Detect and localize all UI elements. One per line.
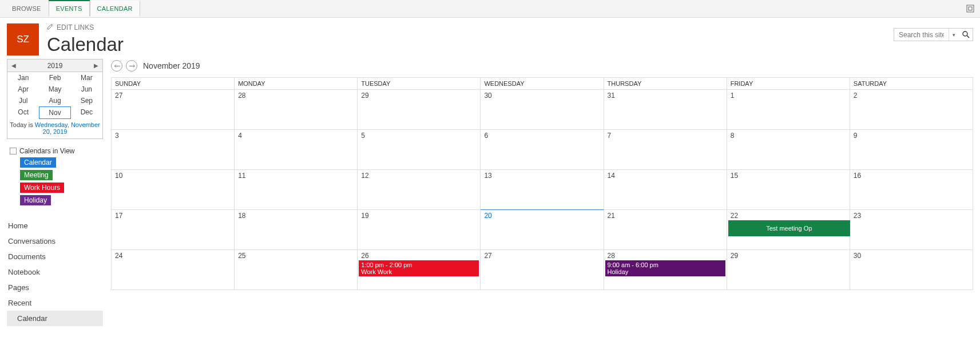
calendar-cell[interactable]: 261:00 pm - 2:00 pmWork Work (358, 250, 481, 290)
calendar-grid: SUNDAYMONDAYTUESDAYWEDNESDAYTHURSDAYFRID… (111, 77, 973, 290)
ql-item-pages[interactable]: Pages (7, 280, 103, 295)
ql-item-conversations[interactable]: Conversations (7, 233, 103, 249)
month-cell-feb[interactable]: Feb (39, 72, 70, 84)
calendar-head-row: SUNDAYMONDAYTUESDAYWEDNESDAYTHURSDAYFRID… (112, 78, 973, 90)
calendar-cell[interactable]: 27 (112, 90, 235, 130)
calendar-cell[interactable]: 289:00 am - 6:00 pmHoliday (604, 250, 727, 290)
calendar-cell[interactable]: 30 (850, 250, 973, 290)
month-cell-apr[interactable]: Apr (7, 84, 39, 95)
month-cell-may[interactable]: May (39, 84, 70, 95)
svg-point-2 (963, 31, 967, 36)
event-work-work[interactable]: 1:00 pm - 2:00 pmWork Work (359, 260, 479, 276)
tab-events[interactable]: EVENTS (49, 1, 90, 17)
search-icon[interactable] (959, 29, 973, 41)
calendar-cell[interactable]: 21 (604, 210, 727, 250)
calendar-tag-meeting[interactable]: Meeting (20, 170, 53, 180)
ql-item-recent[interactable]: Recent (7, 295, 103, 311)
calendar-cell[interactable]: 13 (481, 170, 604, 210)
calendar-cell[interactable]: 1 (727, 90, 850, 130)
next-year-icon[interactable]: ▶ (92, 62, 100, 70)
cell-date: 29 (731, 252, 738, 260)
svg-rect-0 (967, 5, 974, 12)
month-cell-jul[interactable]: Jul (7, 95, 39, 106)
cell-date: 25 (238, 252, 245, 260)
calendar-area: 🡐 🡒 November 2019 SUNDAYMONDAYTUESDAYWED… (103, 59, 973, 326)
cell-date: 23 (854, 212, 861, 220)
dow-header: TUESDAY (358, 78, 481, 90)
calendar-cell[interactable]: 6 (481, 130, 604, 170)
cell-date: 9 (854, 132, 858, 140)
calendar-cell[interactable]: 29 (727, 250, 850, 290)
calendar-tag-calendar[interactable]: Calendar (20, 157, 56, 168)
tab-browse[interactable]: BROWSE (5, 1, 49, 17)
calendar-cell[interactable]: 29 (358, 90, 481, 130)
calendar-tag-holiday[interactable]: Holiday (20, 195, 51, 205)
calendar-cell[interactable]: 16 (850, 170, 973, 210)
calendar-cell[interactable]: 15 (727, 170, 850, 210)
ql-item-notebook[interactable]: Notebook (7, 264, 103, 280)
calendar-cell[interactable]: 25 (235, 250, 358, 290)
calendar-cell[interactable]: 9 (850, 130, 973, 170)
ql-item-home[interactable]: Home (7, 218, 103, 233)
calendar-cell[interactable]: 23 (850, 210, 973, 250)
calendar-cell[interactable]: 24 (112, 250, 235, 290)
month-cell-aug[interactable]: Aug (39, 95, 70, 106)
calendar-cell[interactable]: 22Test meeting Op (727, 210, 850, 250)
calendar-cell[interactable]: 11 (235, 170, 358, 210)
today-prefix: Today is (10, 121, 34, 128)
calendar-cell[interactable]: 31 (604, 90, 727, 130)
search-input[interactable] (894, 31, 949, 39)
calendar-cell[interactable]: 17 (112, 210, 235, 250)
cell-date: 5 (361, 132, 365, 140)
calendar-cell[interactable]: 7 (604, 130, 727, 170)
edit-links-button[interactable]: EDIT LINKS (47, 23, 894, 34)
prev-month-icon[interactable]: 🡐 (111, 60, 122, 72)
edit-links-label: EDIT LINKS (57, 23, 94, 31)
calendar-cell[interactable]: 19 (358, 210, 481, 250)
calendar-cell[interactable]: 27 (481, 250, 604, 290)
cell-date: 29 (361, 92, 368, 100)
cell-date: 6 (484, 132, 488, 140)
calendar-cell[interactable]: 28 (235, 90, 358, 130)
month-title: November 2019 (143, 61, 200, 70)
month-cell-nov[interactable]: Nov (39, 106, 70, 119)
calendar-cell[interactable]: 18 (235, 210, 358, 250)
quick-launch: HomeConversationsDocumentsNotebookPagesR… (7, 218, 103, 326)
ql-sub-calendar[interactable]: Calendar (7, 311, 103, 326)
calendar-cell[interactable]: 2 (850, 90, 973, 130)
calendars-in-view: Calendars in View CalendarMeetingWork Ho… (7, 147, 103, 205)
calendar-cell[interactable]: 5 (358, 130, 481, 170)
calendar-cell[interactable]: 10 (112, 170, 235, 210)
cell-date: 19 (361, 212, 368, 220)
next-month-icon[interactable]: 🡒 (126, 60, 137, 72)
month-cell-oct[interactable]: Oct (7, 106, 39, 119)
month-cell-sep[interactable]: Sep (71, 95, 102, 106)
prev-year-icon[interactable]: ◀ (10, 62, 18, 70)
cell-date: 26 (361, 252, 368, 260)
calendar-cell[interactable]: 12 (358, 170, 481, 210)
left-column: ◀ 2019 ▶ JanFebMarAprMayJunJulAugSepOctN… (7, 59, 103, 326)
svg-rect-1 (969, 7, 972, 10)
event-test-meeting[interactable]: Test meeting Op (728, 220, 850, 236)
calendar-cell[interactable]: 20 (481, 209, 604, 250)
calendar-cell[interactable]: 3 (112, 130, 235, 170)
ql-item-documents[interactable]: Documents (7, 249, 103, 264)
month-cell-dec[interactable]: Dec (71, 106, 102, 119)
calendar-cell[interactable]: 14 (604, 170, 727, 210)
event-holiday[interactable]: 9:00 am - 6:00 pmHoliday (605, 260, 725, 276)
month-cell-jan[interactable]: Jan (7, 72, 39, 84)
month-cell-jun[interactable]: Jun (71, 84, 102, 95)
cell-date: 27 (115, 92, 122, 100)
focus-content-icon[interactable] (966, 5, 974, 13)
site-logo[interactable]: SZ (7, 23, 39, 55)
calendar-tag-work-hours[interactable]: Work Hours (20, 183, 64, 193)
calendar-cell[interactable]: 8 (727, 130, 850, 170)
calendar-cell[interactable]: 4 (235, 130, 358, 170)
today-link[interactable]: Wednesday, November 20, 2019 (35, 121, 100, 135)
tab-calendar[interactable]: CALENDAR (90, 1, 140, 17)
search-dropdown-icon[interactable]: ▾ (949, 29, 959, 41)
month-cell-mar[interactable]: Mar (71, 72, 102, 84)
calendar-cell[interactable]: 30 (481, 90, 604, 130)
cell-date: 28 (608, 252, 615, 260)
cell-date: 13 (484, 172, 491, 180)
